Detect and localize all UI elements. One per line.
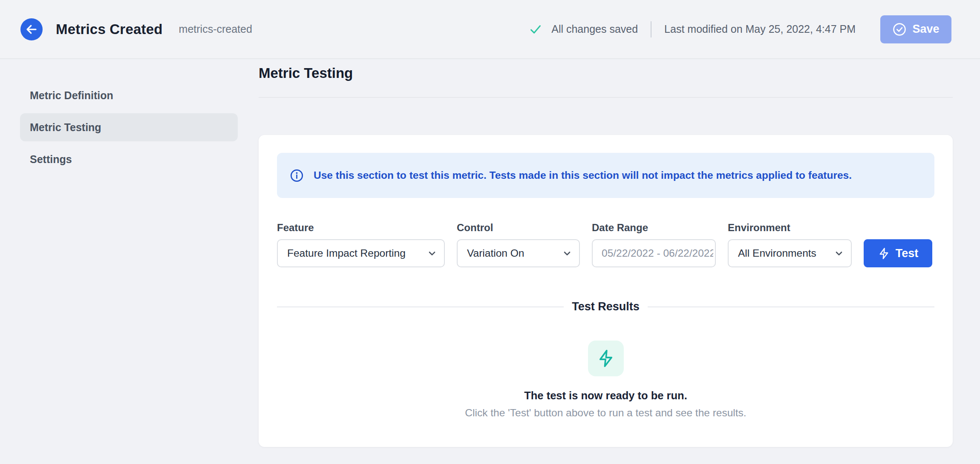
check-icon (530, 24, 542, 34)
heading-divider (259, 97, 953, 98)
top-header: Metrics Created metrics-created All chan… (0, 0, 980, 59)
arrow-left-icon (25, 23, 38, 36)
test-config-form: Feature Feature Impact Reporting Control… (277, 222, 934, 267)
check-circle-icon (892, 22, 907, 37)
save-button[interactable]: Save (880, 15, 951, 43)
environment-select[interactable]: All Environments (728, 239, 852, 267)
empty-state-title: The test is now ready to be run. (524, 390, 687, 402)
test-results-divider: Test Results (277, 300, 934, 313)
test-results-empty-state: The test is now ready to be run. Click t… (277, 341, 934, 419)
sidebar-item-settings[interactable]: Settings (20, 145, 238, 173)
control-field: Control Variation On (457, 222, 580, 267)
test-button-label: Test (896, 247, 919, 260)
save-button-label: Save (912, 23, 939, 36)
test-button[interactable]: Test (864, 239, 932, 267)
feature-select-value: Feature Impact Reporting (287, 247, 406, 259)
info-banner: Use this section to test this metric. Te… (277, 153, 934, 198)
last-modified-text: Last modified on May 25, 2022, 4:47 PM (664, 23, 856, 35)
control-select[interactable]: Variation On (457, 239, 580, 267)
environment-label: Environment (728, 222, 852, 234)
chevron-down-icon (562, 248, 572, 258)
date-range-input[interactable] (592, 239, 716, 267)
feature-label: Feature (277, 222, 445, 234)
date-range-field: Date Range (592, 222, 716, 267)
feature-select[interactable]: Feature Impact Reporting (277, 239, 445, 267)
empty-state-subtitle: Click the 'Test' button above to run a t… (465, 407, 746, 419)
chevron-down-icon (834, 248, 844, 258)
sidebar-item-label: Metric Testing (30, 121, 101, 134)
metric-testing-card: Use this section to test this metric. Te… (259, 135, 953, 447)
sidebar-item-metric-definition[interactable]: Metric Definition (20, 81, 238, 109)
control-select-value: Variation On (467, 247, 524, 259)
main-content: Metric Testing Use this section to test … (259, 59, 980, 464)
lightning-bolt-icon (878, 247, 890, 260)
control-label: Control (457, 222, 580, 234)
header-divider (651, 21, 651, 37)
sidebar-item-label: Metric Definition (30, 89, 113, 102)
lightning-bolt-icon (597, 349, 615, 368)
save-status-text: All changes saved (551, 23, 638, 35)
feature-field: Feature Feature Impact Reporting (277, 222, 445, 267)
back-button[interactable] (20, 18, 43, 40)
metric-key: metrics-created (179, 23, 252, 35)
bolt-tile (588, 341, 624, 376)
page-title: Metrics Created (56, 21, 163, 37)
sidebar-item-label: Settings (30, 153, 72, 166)
environment-field: Environment All Environments (728, 222, 852, 267)
environment-select-value: All Environments (738, 247, 816, 259)
chevron-down-icon (427, 248, 437, 258)
info-banner-text: Use this section to test this metric. Te… (314, 169, 852, 181)
test-results-heading: Test Results (564, 300, 648, 313)
header-actions: All changes saved Last modified on May 2… (530, 15, 951, 43)
section-heading: Metric Testing (259, 65, 953, 81)
date-range-label: Date Range (592, 222, 716, 234)
sidebar-item-metric-testing[interactable]: Metric Testing (20, 113, 238, 141)
settings-sidebar: Metric Definition Metric Testing Setting… (0, 59, 259, 464)
info-circle-icon (290, 169, 304, 183)
